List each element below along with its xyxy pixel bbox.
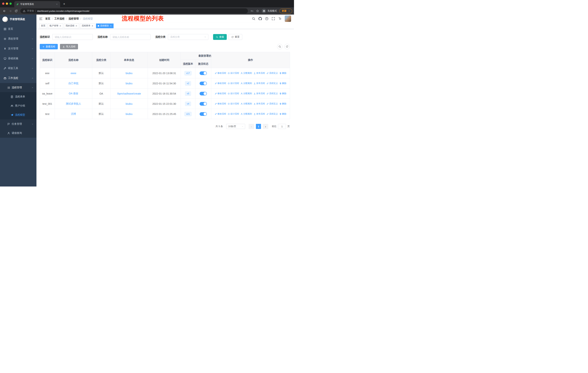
row-action-definition-link[interactable]: 流程定义 [266,92,278,95]
sidebar-item-system-management[interactable]: 系统管理 [0,34,36,44]
tag-close-icon[interactable] [110,25,112,27]
form-info-link[interactable]: biubiu [126,72,132,75]
sidebar-collapse-icon[interactable] [39,17,43,20]
page-size-select[interactable]: 10条/页 [226,124,245,129]
toggle-search-button[interactable] [277,44,283,49]
row-action-design-link[interactable]: 设计流程 [228,92,239,95]
row-action-delete-link[interactable]: 删除 [279,82,286,85]
process-name-input[interactable] [110,34,151,40]
row-action-publish-link[interactable]: 发布流程 [253,102,265,105]
row-action-assign-link[interactable]: 分配规则 [241,92,252,95]
row-action-publish-link[interactable]: 发布流程 [253,82,265,85]
row-action-edit-link[interactable]: 修改流程 [215,71,226,75]
form-info-link[interactable]: biubiu [126,102,132,105]
row-action-publish-link[interactable]: 发布流程 [253,112,265,115]
sidebar-item-dev-tools[interactable]: 研发工具 [0,63,36,73]
close-window-button[interactable] [2,2,4,5]
breadcrumb-item[interactable]: 流程管理 [69,17,79,20]
goto-page-input[interactable] [278,124,286,129]
minimize-window-button[interactable] [6,2,8,5]
browser-menu-icon[interactable] [288,10,290,12]
row-action-assign-link[interactable]: 分配规则 [241,82,252,85]
form-info-link[interactable]: /bpm/oa/leave/create [117,92,141,95]
fullscreen-icon[interactable] [272,17,275,20]
row-action-edit-link[interactable]: 修改流程 [215,92,226,95]
navbar-search-icon[interactable] [252,17,255,20]
row-action-publish-link[interactable]: 发布流程 [253,71,265,75]
tag-close-icon[interactable] [75,25,77,27]
form-info-link[interactable]: biubiu [126,82,132,85]
update-button[interactable]: 更新 [279,9,292,13]
sidebar-item-payment-management[interactable]: ¥支付管理 [0,44,36,53]
process-name-link[interactable]: OA 请假 [69,92,78,95]
tag-1[interactable]: 租户管理 [48,23,63,28]
row-action-delete-link[interactable]: 删除 [279,92,286,95]
row-action-delete-link[interactable]: 删除 [279,102,286,105]
tag-0[interactable]: 首页 [39,23,47,28]
row-action-definition-link[interactable]: 流程定义 [266,82,278,85]
page-1-button[interactable]: 1 [256,124,261,129]
new-tab-button[interactable]: + [62,1,67,7]
create-process-button[interactable]: 新建流程 [40,44,58,49]
refresh-table-button[interactable] [284,44,290,49]
row-action-assign-link[interactable]: 分配规则 [241,71,252,75]
process-name-link[interactable]: 自己审批 [68,82,79,85]
zoom-window-button[interactable] [10,2,12,5]
sidebar-item-leave-query[interactable]: 请假查询 [0,129,36,138]
bookmark-star-icon[interactable] [255,9,260,13]
sidebar-item-home[interactable]: 首页 [0,24,36,34]
browser-tab[interactable]: 芋道管理系统 [14,1,60,7]
sidebar-item-infrastructure[interactable]: 基础设施 [0,53,36,63]
help-icon[interactable] [265,17,268,20]
active-toggle[interactable] [200,102,207,106]
row-action-delete-link[interactable]: 删除 [279,71,286,75]
tag-2[interactable]: 我的流程 [64,23,79,28]
tag-active-4[interactable]: 流程模型 [96,23,114,28]
sidebar-item-process-model[interactable]: 流程模型 [0,110,36,120]
row-action-design-link[interactable]: 设计流程 [228,71,239,75]
forward-button[interactable] [8,8,13,13]
process-name-link[interactable]: eeee [71,72,76,75]
sidebar-item-process-form[interactable]: 流程表单 [0,92,36,101]
reset-button[interactable]: 重置 [229,34,242,40]
row-action-definition-link[interactable]: 流程定义 [266,102,278,105]
active-toggle[interactable] [200,71,207,75]
row-action-definition-link[interactable]: 流程定义 [266,71,278,75]
next-page-button[interactable]: › [263,124,268,129]
row-action-edit-link[interactable]: 修改流程 [215,112,226,115]
back-button[interactable] [2,8,7,13]
process-category-select[interactable]: 流程分类 [168,34,208,40]
reload-button[interactable] [13,8,19,13]
user-avatar[interactable] [285,15,291,22]
row-action-delete-link[interactable]: 删除 [279,112,286,115]
search-button[interactable]: 搜索 [213,34,227,40]
breadcrumb-item[interactable]: 首页 [45,17,50,20]
row-action-publish-link[interactable]: 发布流程 [253,92,265,95]
sidebar-item-user-group[interactable]: 用户分组 [0,101,36,110]
row-action-assign-link[interactable]: 分配规则 [241,112,252,115]
row-action-edit-link[interactable]: 修改流程 [215,82,226,85]
active-toggle[interactable] [200,92,207,95]
app-logo[interactable]: 芋道管理系统 [0,15,36,24]
active-toggle[interactable] [200,112,207,116]
sidebar-item-process-management[interactable]: 流程管理 [0,83,36,92]
sidebar-item-task-management[interactable]: 任务管理 [0,120,36,129]
form-info-link[interactable]: biubiu [126,112,132,115]
process-key-input[interactable] [52,34,93,40]
process-name-link[interactable]: 滔博 [71,112,76,115]
tab-close-icon[interactable] [55,3,58,6]
row-action-design-link[interactable]: 设计流程 [228,82,239,85]
breadcrumb-item[interactable]: 工作流程 [54,17,64,20]
sidebar-item-workflow[interactable]: 工作流程 [0,73,36,83]
address-bar[interactable]: 不安全 dashboard.yudao.iocoder.cn/bpm/manag… [21,8,248,13]
prev-page-button[interactable]: ‹ [249,124,254,129]
active-toggle[interactable] [200,81,207,85]
process-name-link[interactable]: 测试多审批人 [66,102,81,105]
row-action-edit-link[interactable]: 修改流程 [215,102,226,105]
row-action-definition-link[interactable]: 流程定义 [266,112,278,115]
row-action-assign-link[interactable]: 分配规则 [241,102,252,105]
github-icon[interactable] [258,17,262,20]
tag-close-icon[interactable] [91,25,94,27]
row-action-design-link[interactable]: 设计流程 [228,112,239,115]
row-action-design-link[interactable]: 设计流程 [228,102,239,105]
